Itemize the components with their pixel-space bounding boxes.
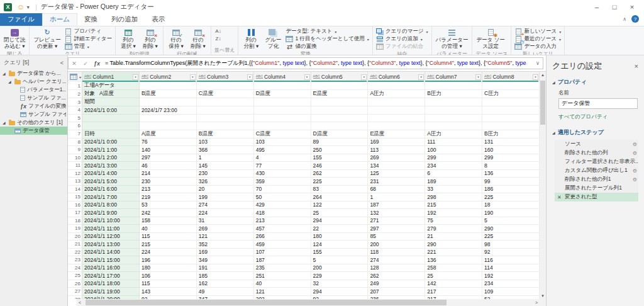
- grid-cell[interactable]: 89: [311, 138, 368, 146]
- grid-cell[interactable]: 118: [368, 248, 425, 256]
- grid-cell[interactable]: 1: [196, 154, 253, 162]
- grid-cell[interactable]: 196: [139, 256, 196, 264]
- grid-cell[interactable]: 430: [253, 169, 311, 178]
- grid-cell[interactable]: 136: [482, 169, 540, 178]
- row-number[interactable]: 3: [68, 98, 82, 106]
- grid-cell[interactable]: 224: [139, 248, 196, 256]
- filter-dropdown-icon[interactable]: ▾: [133, 74, 138, 80]
- applied-step--[interactable]: ✕変更された型: [555, 193, 638, 201]
- grid-cell[interactable]: 100: [425, 146, 482, 154]
- grid-cell[interactable]: 32: [311, 280, 368, 288]
- grid-cell[interactable]: 114: [482, 264, 540, 272]
- grid-cell[interactable]: 213: [139, 185, 196, 193]
- grid-cell[interactable]: [368, 114, 425, 122]
- row-number[interactable]: 19: [68, 225, 82, 233]
- grid-cell[interactable]: 352: [196, 241, 253, 249]
- grid-cell[interactable]: 274: [368, 256, 425, 264]
- grid-cell[interactable]: 31: [196, 217, 253, 225]
- grid-cell[interactable]: 103: [196, 138, 253, 146]
- query-name-input[interactable]: [558, 98, 638, 109]
- grid-cell[interactable]: 459: [253, 241, 311, 249]
- tree-expander-icon[interactable]: ◢: [3, 120, 7, 125]
- grid-cell[interactable]: 128: [368, 264, 425, 272]
- grid-cell[interactable]: 2024/1/1 7:00: [82, 193, 140, 201]
- row-number[interactable]: 1: [68, 82, 82, 90]
- grid-cell[interactable]: 2024/1/1 18:00: [82, 280, 140, 288]
- grid-cell[interactable]: 192: [425, 209, 482, 217]
- grid-cell[interactable]: 76: [139, 138, 196, 146]
- grid-cell[interactable]: [139, 82, 196, 90]
- row-number[interactable]: 15: [68, 193, 82, 201]
- column-header-column5[interactable]: ABCColumn5▾: [311, 72, 368, 82]
- grid-cell[interactable]: 2024/1/1 17:00: [82, 272, 140, 280]
- grid-cell[interactable]: 189: [425, 178, 482, 186]
- grid-cell[interactable]: 5: [482, 217, 540, 225]
- grid-cell[interactable]: [253, 114, 311, 122]
- properties-button[interactable]: プロパティ: [64, 28, 113, 35]
- scroll-up-icon[interactable]: ▲: [540, 72, 546, 78]
- grid-cell[interactable]: 131: [482, 138, 540, 146]
- grid-cell[interactable]: 224: [196, 209, 253, 217]
- grid-cell[interactable]: 185: [196, 272, 253, 280]
- grid-cell[interactable]: [482, 114, 540, 122]
- grid-cell[interactable]: [311, 98, 368, 106]
- grid-cell[interactable]: [425, 98, 482, 106]
- grid-cell[interactable]: 40: [253, 280, 311, 288]
- grid-cell[interactable]: [253, 106, 311, 115]
- cancel-formula-icon[interactable]: ✕: [69, 60, 80, 67]
- grid-cell[interactable]: 2024/1/1 5:00: [82, 178, 140, 186]
- grid-cell[interactable]: 290: [425, 241, 482, 249]
- grid-cell[interactable]: 290: [482, 225, 540, 233]
- grid-cell[interactable]: 53: [139, 201, 196, 209]
- grid-cell[interactable]: 109: [482, 288, 540, 296]
- grid-cell[interactable]: 2024/1/1 0:00: [82, 106, 140, 115]
- grid-cell[interactable]: 2024/1/1 13:00: [82, 241, 140, 249]
- help-icon[interactable]: ?: [631, 15, 639, 23]
- smiley-feedback-icon[interactable]: ☺: [17, 3, 25, 11]
- tab-列の追加[interactable]: 列の追加: [104, 13, 145, 26]
- column-header-column2[interactable]: ABCColumn2▾: [139, 72, 196, 82]
- grid-cell[interactable]: [482, 82, 540, 90]
- grid-cell[interactable]: 217: [425, 288, 482, 296]
- grid-cell[interactable]: [425, 106, 482, 115]
- grid-cell[interactable]: 25: [311, 209, 368, 217]
- horizontal-scroll-thumb[interactable]: [86, 300, 447, 305]
- filter-dropdown-icon[interactable]: ▾: [533, 74, 538, 80]
- grid-cell[interactable]: 70: [253, 185, 311, 193]
- grid-cell[interactable]: 92: [482, 248, 540, 256]
- filter-dropdown-icon[interactable]: ▾: [361, 74, 367, 80]
- grid-cell[interactable]: 213: [253, 217, 311, 225]
- grid-cell[interactable]: 225: [482, 232, 540, 241]
- grid-cell[interactable]: 122: [311, 201, 368, 209]
- scroll-down-icon[interactable]: ▼: [540, 293, 546, 299]
- grid-cell[interactable]: [196, 122, 253, 130]
- grid-cell[interactable]: 2024/1/1 1:00: [82, 146, 140, 154]
- applied-step--1[interactable]: 展開されたテーブル列1: [555, 184, 638, 193]
- column-header-column3[interactable]: ABCColumn3▾: [196, 72, 253, 82]
- row-number[interactable]: 16: [68, 201, 82, 209]
- applied-step--1[interactable]: 削除された他の列1⚙: [555, 175, 638, 184]
- grid-cell[interactable]: [425, 122, 482, 130]
- grid-cell[interactable]: [253, 122, 311, 130]
- collapse-steps-icon[interactable]: ◢: [552, 130, 555, 135]
- quick-access-dropdown-icon[interactable]: ▼: [26, 5, 30, 9]
- grid-cell[interactable]: [196, 114, 253, 122]
- grid-cell[interactable]: 22: [311, 225, 368, 233]
- grid-cell[interactable]: C温度: [253, 130, 311, 138]
- grid-cell[interactable]: 2024/1/1 15:00: [82, 256, 140, 264]
- filter-dropdown-icon[interactable]: ▾: [475, 74, 481, 80]
- remove-columns-button[interactable]: ×列の 削除 ▾: [140, 28, 161, 50]
- grid-cell[interactable]: 49: [196, 288, 253, 296]
- grid-cell[interactable]: 2024/1/1 11:00: [82, 225, 140, 233]
- grid-cell[interactable]: 169: [368, 138, 425, 146]
- applied-step--1[interactable]: カスタム関数の呼び出し1⚙: [555, 166, 638, 175]
- combine-files-button[interactable]: ファイルの結合: [375, 43, 430, 50]
- applied-step--[interactable]: フィルター選択された非表示...⚙: [555, 157, 638, 166]
- grid-cell[interactable]: [368, 122, 425, 130]
- grid-cell[interactable]: [425, 114, 482, 122]
- grid-cell[interactable]: 2024/1/1 16:00: [82, 264, 140, 272]
- grid-cell[interactable]: 279: [425, 225, 482, 233]
- grid-cell[interactable]: 230: [196, 169, 253, 178]
- data-source-settings-button[interactable]: ✱データ ソー ス設定: [474, 28, 506, 50]
- grid-cell[interactable]: 143: [139, 288, 196, 296]
